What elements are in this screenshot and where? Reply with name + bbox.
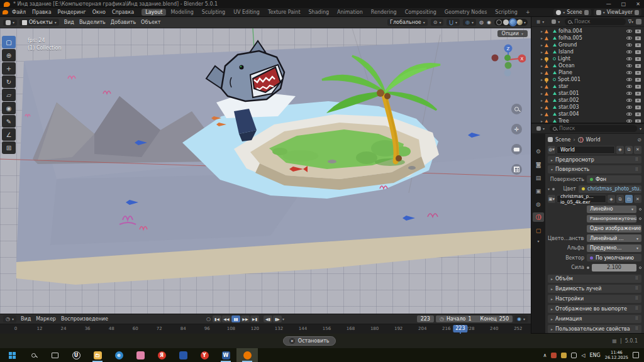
open-image-button[interactable]: 🗀 (625, 195, 633, 203)
jump-to-end-button[interactable]: ▶▮ (250, 315, 259, 322)
viewport-menu[interactable]: Объект (138, 19, 163, 25)
tool-options-button[interactable]: Опции▾ (497, 30, 528, 37)
tool-transform[interactable]: ◉ (2, 102, 16, 114)
stop-playback-button[interactable]: ✕ Остановить (283, 336, 336, 346)
disable-in-renders-toggle[interactable] (635, 57, 641, 61)
taskbar-app-file-explorer[interactable]: 🗀 (87, 348, 108, 362)
topbar-menu[interactable]: Правка (29, 9, 54, 15)
properties-search-input[interactable]: Поиск (550, 125, 637, 132)
start-button[interactable] (1, 348, 23, 362)
workspace-tab[interactable]: Geometry Nodes (441, 9, 491, 16)
properties-options-button[interactable]: ▾ (640, 126, 641, 131)
outliner-item-star[interactable]: ▸star (531, 83, 644, 90)
taskbar-app-photos[interactable] (172, 348, 194, 362)
taskbar-app-unreal-engine[interactable]: U (65, 348, 87, 362)
hide-in-viewport-toggle[interactable] (626, 36, 632, 40)
expand-chevron-icon[interactable]: ▸ (541, 50, 543, 54)
workspace-tab[interactable]: Shading (305, 9, 333, 16)
expand-chevron-icon[interactable]: ▸ (541, 63, 543, 68)
taskbar-app-blender[interactable] (236, 348, 258, 362)
disable-in-renders-toggle[interactable] (635, 50, 641, 54)
close-button[interactable]: ✕ (636, 1, 640, 7)
prev-keyframe-button[interactable]: ◀◀ (222, 315, 231, 322)
pan-button[interactable]: ✛ (511, 124, 522, 134)
tab-world[interactable] (533, 212, 544, 222)
outliner-display-mode-button[interactable]: ☰▾ (534, 19, 547, 25)
disable-in-renders-toggle[interactable] (635, 30, 641, 33)
hide-in-viewport-toggle[interactable] (626, 99, 632, 102)
expand-chevron-icon[interactable]: ▸ (541, 70, 543, 75)
topbar-menu[interactable]: Рендеринг (55, 9, 89, 15)
frame-forward-button[interactable]: ▮▶ (273, 315, 282, 322)
navigation-gizmo[interactable]: Z X (491, 42, 526, 77)
disable-in-renders-toggle[interactable] (635, 92, 641, 96)
shading-solid-button[interactable] (503, 19, 509, 25)
hide-in-viewport-toggle[interactable] (626, 119, 632, 123)
browse-world-button[interactable]: ◍▾ (548, 146, 555, 154)
tool-annotate[interactable]: ✎ (2, 115, 16, 128)
copy-scene-icon[interactable] (584, 10, 589, 15)
tray-shield-icon[interactable] (561, 353, 567, 358)
disable-in-renders-toggle[interactable] (635, 106, 641, 109)
disable-in-renders-toggle[interactable] (635, 43, 641, 47)
world-name-field[interactable]: World (557, 146, 615, 154)
add-workspace-button[interactable]: + (522, 9, 534, 16)
panel-Объём[interactable]: ▸Объём⠿ (548, 275, 641, 283)
tool-measure[interactable]: ∠ (2, 128, 16, 141)
outliner-item-star.004[interactable]: ▸star.004 (531, 111, 644, 118)
alpha-dropdown[interactable]: Предумно…▾ (587, 244, 641, 252)
scene-selector[interactable]: ▾ Scene (553, 9, 591, 16)
fake-user-image-button[interactable]: ◈ (608, 195, 615, 203)
new-world-button[interactable]: ⧉ (625, 146, 633, 154)
tray-app-icon[interactable] (551, 353, 557, 358)
taskbar-search-button[interactable] (23, 348, 44, 362)
expand-chevron-icon[interactable]: ▸ (541, 91, 543, 96)
tool-add-cube[interactable]: ⊞ (2, 141, 16, 154)
tool-select-box[interactable]: ▢ (2, 36, 16, 48)
hide-in-viewport-toggle[interactable] (626, 78, 632, 81)
outliner-item-folha.005[interactable]: ▸folha.005 (531, 35, 644, 41)
outliner-item-Ground[interactable]: ▸Ground (531, 41, 644, 48)
disable-in-renders-toggle[interactable] (635, 119, 641, 123)
mode-selector[interactable]: Объекты ▾ (19, 19, 59, 26)
blender-menu-icon[interactable] (3, 10, 8, 14)
taskbar-app-yandex-browser[interactable]: Y (194, 348, 215, 362)
tab-output[interactable]: ▤ (533, 173, 544, 182)
projection-dropdown[interactable]: Равнопромежуточная▾ (587, 215, 636, 222)
editor-type-button[interactable]: ▾ (3, 19, 17, 26)
taskbar-app-word[interactable]: W (215, 348, 236, 362)
pin-id-button[interactable]: ⊘ (637, 137, 641, 143)
copy-view-layer-icon[interactable] (635, 10, 639, 15)
taskbar-app-edge[interactable]: e (108, 348, 130, 362)
disable-in-renders-toggle[interactable] (635, 85, 641, 89)
workspace-tab[interactable]: UV Editing (230, 9, 264, 16)
image-name-field[interactable]: christmas_p…io_05_4k.exr (557, 195, 606, 203)
tool-rotate[interactable]: ↻ (2, 75, 16, 88)
clock[interactable]: 11:46 26.12.2025 (605, 350, 628, 360)
hide-in-viewport-toggle[interactable] (626, 64, 632, 67)
hide-in-viewport-toggle[interactable] (626, 30, 632, 33)
hide-in-viewport-toggle[interactable] (626, 85, 632, 88)
browse-image-button[interactable]: ▣▾ (548, 195, 555, 203)
expand-chevron-icon[interactable]: ▸ (541, 43, 543, 47)
disable-in-renders-toggle[interactable] (635, 36, 641, 40)
outliner-item-star.002[interactable]: ▸star.002 (531, 97, 644, 104)
transform-orientation[interactable]: Глобальное▾ (387, 19, 428, 26)
hide-in-viewport-toggle[interactable] (626, 57, 632, 60)
viewport-menu[interactable]: Добавить (108, 19, 138, 25)
expand-chevron-icon[interactable]: ▸ (541, 105, 543, 109)
disable-in-renders-toggle[interactable] (635, 71, 641, 75)
topbar-menu[interactable]: Справка (109, 9, 137, 15)
outliner-item-Ocean[interactable]: ▸Ocean (531, 62, 644, 69)
hide-in-viewport-toggle[interactable] (626, 92, 632, 95)
properties-editor-type-button[interactable]: ▾ (534, 126, 547, 131)
pause-button[interactable]: ▮▮ (231, 315, 240, 322)
workspace-tab[interactable]: Layout (142, 9, 166, 16)
outliner-search-input[interactable]: Поиск (565, 18, 625, 25)
panel-Анимация[interactable]: ▸Анимация⠿ (548, 315, 641, 323)
panel-Пользовательские свойства[interactable]: ▸Пользовательские свойства⠿ (548, 325, 641, 333)
frame-range-fields[interactable]: ◷ Начало 1 Конец 250 (436, 315, 513, 322)
hide-in-viewport-toggle[interactable] (626, 112, 632, 116)
workspace-tab[interactable]: Modeling (167, 9, 197, 16)
task-view-button[interactable] (44, 348, 65, 362)
